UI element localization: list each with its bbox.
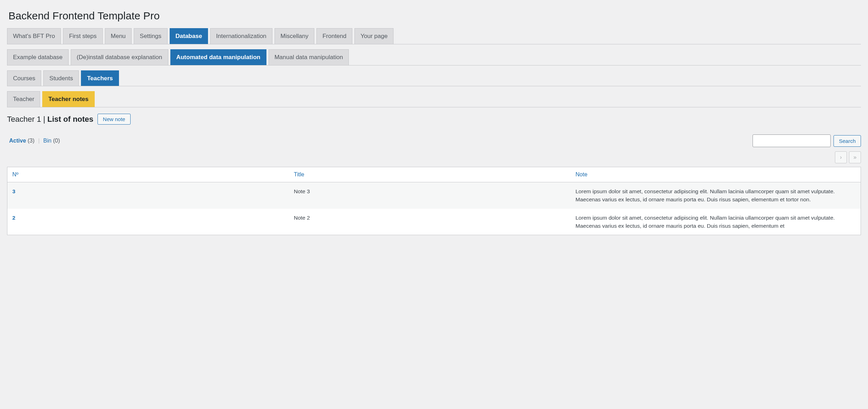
filter-bin[interactable]: Bin bbox=[43, 138, 51, 144]
filter-bin-count: (0) bbox=[53, 138, 60, 144]
row-note: Lorem ipsum dolor sit amet, consectetur … bbox=[571, 209, 861, 235]
page-title: Backend Frontend Template Pro bbox=[7, 4, 861, 28]
tabs-sub1: Example database (De)install database ex… bbox=[7, 49, 861, 65]
tab-teacher[interactable]: Teacher bbox=[7, 91, 40, 107]
table-row: 2 Note 2 Lorem ipsum dolor sit amet, con… bbox=[7, 209, 861, 235]
tab-settings[interactable]: Settings bbox=[134, 28, 167, 44]
tab-students[interactable]: Students bbox=[43, 70, 79, 86]
tab-first-steps[interactable]: First steps bbox=[63, 28, 102, 44]
search-input[interactable] bbox=[753, 134, 831, 147]
row-title: Note 3 bbox=[289, 182, 571, 209]
tabs-sub2: Courses Students Teachers bbox=[7, 70, 861, 87]
content-header-prefix: Teacher 1 | bbox=[7, 115, 48, 124]
pager-next-button[interactable]: › bbox=[835, 151, 847, 163]
pager-last-button[interactable]: » bbox=[849, 151, 861, 163]
col-header-num[interactable]: Nº bbox=[7, 167, 289, 182]
filter-separator: | bbox=[38, 138, 40, 144]
content-header: Teacher 1 | List of notes New note bbox=[7, 112, 861, 128]
row-id[interactable]: 2 bbox=[7, 209, 289, 235]
row-id[interactable]: 3 bbox=[7, 182, 289, 209]
tab-whats-bft-pro[interactable]: What's BFT Pro bbox=[7, 28, 61, 44]
tab-teachers[interactable]: Teachers bbox=[81, 70, 119, 86]
row-title: Note 2 bbox=[289, 209, 571, 235]
notes-table: Nº Title Note 3 Note 3 Lorem ipsum dolor… bbox=[7, 167, 861, 235]
filter-active-count: (3) bbox=[27, 138, 34, 144]
filter-active[interactable]: Active bbox=[9, 138, 26, 144]
content-header-strong: List of notes bbox=[48, 115, 94, 124]
tab-miscellany[interactable]: Miscellany bbox=[275, 28, 314, 44]
tab-example-database[interactable]: Example database bbox=[7, 49, 69, 65]
search-button[interactable]: Search bbox=[834, 135, 861, 147]
tab-courses[interactable]: Courses bbox=[7, 70, 41, 86]
tab-teacher-notes[interactable]: Teacher notes bbox=[42, 91, 94, 107]
tab-manual-data-manipulation[interactable]: Manual data manipulation bbox=[269, 49, 349, 65]
tab-automated-data-manipulation[interactable]: Automated data manipulation bbox=[170, 49, 266, 65]
pager: › » bbox=[7, 147, 861, 167]
tabs-main: What's BFT Pro First steps Menu Settings… bbox=[7, 28, 861, 44]
tabs-sub3: Teacher Teacher notes bbox=[7, 91, 861, 107]
row-note: Lorem ipsum dolor sit amet, consectetur … bbox=[571, 182, 861, 209]
col-header-title[interactable]: Title bbox=[289, 167, 571, 182]
col-header-note[interactable]: Note bbox=[571, 167, 861, 182]
tab-database[interactable]: Database bbox=[170, 28, 208, 44]
new-note-button[interactable]: New note bbox=[98, 114, 130, 125]
tab-menu[interactable]: Menu bbox=[105, 28, 132, 44]
table-row: 3 Note 3 Lorem ipsum dolor sit amet, con… bbox=[7, 182, 861, 209]
content-header-title: Teacher 1 | List of notes bbox=[7, 115, 93, 124]
search-area: Search bbox=[753, 134, 861, 147]
status-filters: Active (3) | Bin (0) bbox=[9, 138, 60, 144]
tab-internationalization[interactable]: Internationalization bbox=[210, 28, 272, 44]
tab-deinstall-explanation[interactable]: (De)install database explanation bbox=[71, 49, 168, 65]
tab-your-page[interactable]: Your page bbox=[354, 28, 394, 44]
list-bar: Active (3) | Bin (0) Search bbox=[7, 128, 861, 147]
tab-frontend[interactable]: Frontend bbox=[316, 28, 352, 44]
